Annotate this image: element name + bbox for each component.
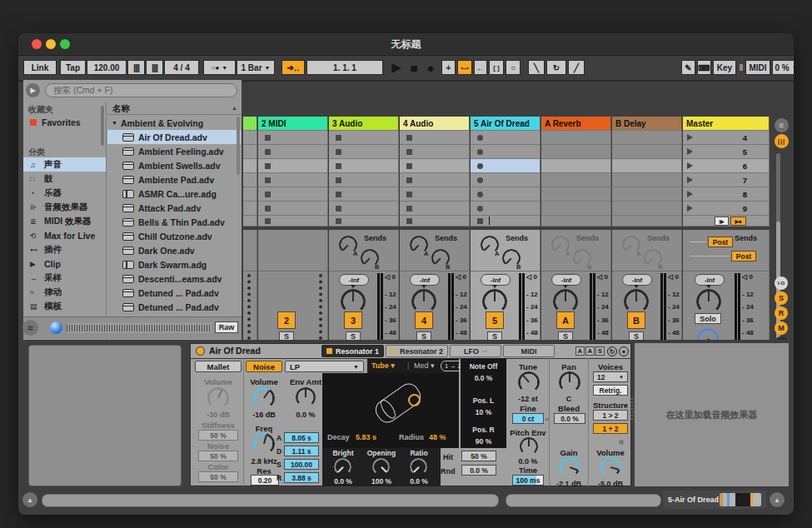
track-activator-button[interactable]: 4 (415, 311, 433, 329)
time-field[interactable]: 100 ms (512, 475, 544, 486)
clip-slot[interactable] (400, 145, 470, 159)
clip-slot[interactable] (258, 187, 328, 202)
clip-stop-row-cell[interactable]: |▶▶■ (683, 216, 770, 227)
clip-slot[interactable] (471, 202, 541, 216)
clip-slot[interactable] (243, 173, 257, 187)
stiffness-slider[interactable]: 50 % (198, 430, 238, 441)
midi-overdub-button[interactable]: + (441, 60, 456, 75)
scene-slot[interactable]: 5 (683, 145, 770, 159)
clip-slot[interactable] (258, 173, 328, 187)
bleed-field[interactable]: 0.0 % (554, 413, 585, 424)
env-amt-value[interactable]: 0.0 % (285, 411, 326, 419)
noise-volume-knob[interactable] (253, 387, 275, 409)
clip-slot[interactable] (541, 202, 611, 216)
show-detail-view-icon[interactable]: ▲ (770, 492, 785, 507)
res-field[interactable]: 0.20 (251, 475, 279, 486)
peak-level-display[interactable]: -Inf (695, 274, 725, 286)
key-map-button[interactable]: Key (713, 60, 736, 75)
peak-level-display[interactable]: -Inf (339, 274, 369, 286)
clip-stop-row-cell[interactable] (400, 216, 470, 227)
clip-stop-row-cell[interactable] (471, 216, 541, 227)
back-to-arrangement-button[interactable]: |▶ (715, 217, 729, 226)
tune-knob[interactable] (518, 371, 540, 393)
clip-slot[interactable] (541, 159, 611, 173)
mallet-volume-value[interactable]: -30 dB (195, 411, 242, 419)
pitch-env-knob[interactable] (520, 437, 538, 456)
clip-slot[interactable] (258, 145, 328, 159)
io-meter-toggle-icon[interactable]: ||| (775, 134, 789, 148)
mixer-section-toggle-sends[interactable]: S (775, 291, 788, 305)
ratio-value[interactable]: 0.0 % (398, 477, 440, 486)
pickup-position-icon[interactable] (408, 394, 421, 406)
clip-slot[interactable] (258, 159, 328, 173)
resonator-quality-select[interactable]: Med ▾ (414, 361, 435, 370)
adsr-a-field[interactable]: 8.05 s (284, 432, 319, 443)
clip-slot[interactable] (471, 145, 541, 159)
master-volume-knob[interactable] (696, 289, 721, 314)
time-signature-field[interactable]: 4 / 4 (164, 60, 199, 75)
clip-slot[interactable] (541, 187, 611, 202)
punch-out-button[interactable]: ╱ (568, 60, 585, 75)
draw-mode-button[interactable]: ✎ (681, 60, 695, 75)
voices-count-select[interactable]: 12▼ (593, 371, 628, 382)
clip-stop-row-cell[interactable] (612, 216, 682, 227)
clip-stop-row-cell[interactable] (258, 216, 328, 227)
tap-tempo-button[interactable]: Tap (60, 60, 86, 75)
punch-in-button[interactable]: ╲ (528, 60, 545, 75)
bright-knob[interactable] (334, 458, 351, 476)
track-header-Master[interactable]: Master (683, 117, 770, 131)
clip-slot[interactable] (329, 187, 399, 202)
clip-slot[interactable] (243, 131, 257, 145)
track-volume-knob[interactable] (341, 289, 366, 314)
overview-menu-icon[interactable]: ≡ (775, 118, 789, 132)
solo-cue-button[interactable]: Solo (695, 313, 721, 324)
clip-slot[interactable] (400, 131, 470, 145)
clip-slot[interactable] (329, 173, 399, 187)
adsr-s-field[interactable]: 100.00 (284, 459, 319, 470)
cpu-meter[interactable]: 0 %▼ (772, 60, 794, 75)
clip-slot[interactable] (612, 202, 682, 216)
note-off-value[interactable]: 0.0 % (461, 374, 506, 382)
hot-swap-icon[interactable]: ↻ (607, 346, 617, 356)
radius-value[interactable]: 48 % (429, 433, 446, 441)
retrigger-button[interactable]: Retrig. (593, 385, 628, 396)
clip-slot[interactable] (258, 131, 328, 145)
track-header-5 Air Of Dread[interactable]: 5 Air Of Dread (471, 117, 541, 131)
tempo-field[interactable]: 120.00 (87, 60, 127, 75)
env-amt-knob[interactable] (296, 387, 316, 407)
audio-effect-drop-zone[interactable]: 在这里加载音频效果器 (635, 343, 789, 486)
reenable-automation-button[interactable]: ← (474, 60, 487, 75)
structure-serial-button[interactable]: 1 > 2 (593, 410, 628, 421)
track-activator-button[interactable]: B (627, 311, 645, 329)
track-volume-knob[interactable] (482, 289, 507, 314)
clip-slot[interactable] (471, 159, 541, 173)
clip-slot[interactable] (329, 159, 399, 173)
link-button[interactable]: Link (23, 60, 57, 75)
scene-slot[interactable]: 7 (683, 173, 770, 187)
clip-slot[interactable] (612, 187, 682, 202)
track-volume-knob[interactable] (624, 289, 649, 314)
scene-slot[interactable]: 8 (683, 187, 770, 202)
mallet-color-slider[interactable]: 50 % (198, 471, 238, 482)
rnd-field[interactable]: 0.0 % (461, 465, 496, 476)
scene-slot[interactable]: 4 (683, 131, 770, 145)
arrangement-position-field[interactable]: 1. 1. 1 (306, 60, 383, 75)
device-chain-thumbnail[interactable] (720, 493, 761, 506)
clip-slot[interactable] (400, 159, 470, 173)
track-activator-button[interactable]: 3 (344, 311, 362, 329)
track-volume-knob[interactable] (553, 289, 578, 314)
send-a-post-toggle[interactable]: Post (708, 237, 733, 247)
opening-knob[interactable] (372, 458, 390, 476)
device-tab-midi[interactable]: MIDI (503, 345, 555, 357)
fine-field[interactable]: 0 ct (512, 413, 544, 424)
tune-value[interactable]: -12 st (509, 395, 547, 403)
bright-value[interactable]: 0.0 % (322, 477, 364, 486)
send-b-post-toggle[interactable]: Post (731, 251, 756, 262)
device-activator-led[interactable] (196, 346, 205, 356)
peak-level-display[interactable]: -Inf (622, 274, 652, 286)
scene-slot[interactable]: 9 (683, 202, 770, 216)
clip-slot[interactable] (329, 202, 399, 216)
pan-value[interactable]: C (550, 395, 587, 403)
follow-button[interactable]: ➔‥ (281, 60, 305, 75)
track-header-A Reverb[interactable]: A Reverb (541, 117, 611, 131)
